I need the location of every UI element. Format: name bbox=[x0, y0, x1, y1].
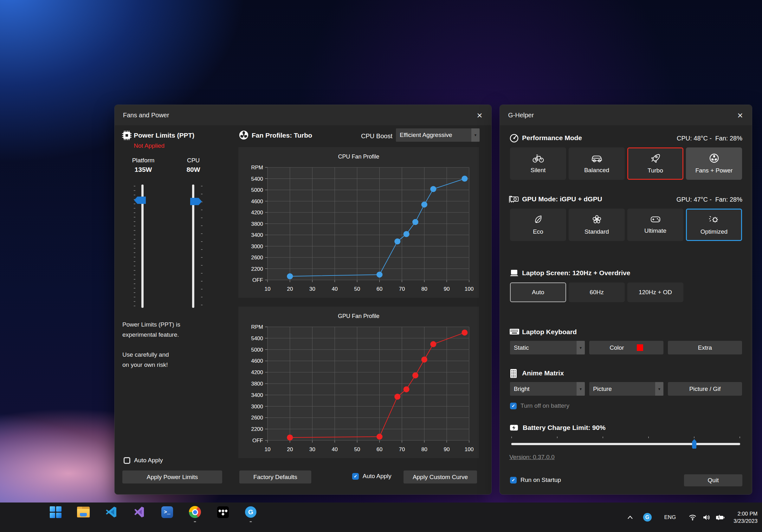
taskbar: >_ G bbox=[0, 502, 762, 532]
language-indicator[interactable]: ENG bbox=[664, 514, 676, 521]
screen-60hz-button[interactable]: 60Hz bbox=[569, 282, 625, 302]
ghelper-titlebar[interactable]: G-Helper × bbox=[500, 105, 752, 125]
version-link[interactable]: Version: 0.37.0.0 bbox=[509, 454, 555, 461]
turbo-mode-button[interactable]: Turbo bbox=[627, 147, 683, 180]
visual-studio-icon bbox=[133, 506, 145, 518]
desktop-wallpaper: Fans and Power × Power Limits (PPT) Not … bbox=[0, 0, 762, 532]
balanced-mode-button[interactable]: Balanced bbox=[569, 147, 625, 180]
eco-mode-button[interactable]: Eco bbox=[510, 209, 566, 241]
volume-icon[interactable] bbox=[702, 514, 711, 521]
cpu-boost-value: Efficient Aggressive bbox=[400, 131, 452, 138]
battery-slider-thumb[interactable] bbox=[692, 439, 696, 449]
tidal-button[interactable] bbox=[216, 506, 229, 518]
vscode-button[interactable] bbox=[105, 506, 117, 518]
fans-window-titlebar[interactable]: Fans and Power × bbox=[115, 105, 491, 125]
apply-power-limits-button[interactable]: Apply Power Limits bbox=[122, 471, 222, 484]
curve-point[interactable] bbox=[413, 219, 419, 225]
cpu-boost-dropdown[interactable]: Efficient Aggressive ▼ bbox=[396, 128, 480, 142]
fans-and-power-window: Fans and Power × Power Limits (PPT) Not … bbox=[114, 105, 492, 494]
curve-point[interactable] bbox=[413, 372, 419, 379]
battery-slider-track[interactable] bbox=[511, 443, 740, 445]
standard-mode-button[interactable]: Standard bbox=[569, 209, 625, 241]
file-explorer-button[interactable] bbox=[77, 506, 90, 518]
power-limits-note-1: Power Limits (PPT) is experimental featu… bbox=[122, 320, 180, 340]
terminal-button[interactable]: >_ bbox=[161, 506, 173, 518]
curve-point[interactable] bbox=[421, 202, 427, 208]
gpu-fan-chart[interactable]: 102030405060708090100RPM5400500046004200… bbox=[238, 307, 479, 458]
matrix-brightness-value: Bright bbox=[514, 386, 530, 393]
vscode-icon bbox=[105, 506, 117, 518]
curve-point[interactable] bbox=[404, 386, 410, 392]
turn-off-on-battery-checkbox[interactable]: ✓ bbox=[510, 403, 517, 409]
svg-text:30: 30 bbox=[309, 446, 315, 452]
close-icon[interactable]: × bbox=[734, 110, 746, 121]
matrix-picture-button[interactable]: Picture / Gif bbox=[668, 382, 742, 396]
gpu-fan-chart-panel[interactable]: 102030405060708090100RPM5400500046004200… bbox=[238, 307, 479, 458]
svg-text:60: 60 bbox=[377, 286, 383, 292]
tray-clock[interactable]: 2:00 PM 3/23/2023 bbox=[733, 510, 758, 525]
start-button[interactable] bbox=[49, 506, 62, 518]
keyboard-color-button[interactable]: Color bbox=[589, 341, 663, 354]
svg-text:RPM: RPM bbox=[251, 324, 263, 330]
gpu-buttons: Eco Standard bbox=[510, 209, 742, 241]
ghelper-taskbar-button[interactable]: G bbox=[244, 506, 257, 518]
matrix-mode-dropdown[interactable]: Picture ▼ bbox=[589, 382, 663, 396]
platform-label: Platform bbox=[121, 157, 166, 164]
cpu-fan-chart[interactable]: 102030405060708090100RPM5400500046004200… bbox=[238, 147, 479, 298]
curve-point[interactable] bbox=[430, 186, 436, 192]
curve-auto-apply-checkbox[interactable]: ✓ bbox=[352, 473, 359, 480]
apply-custom-curve-button[interactable]: Apply Custom Curve bbox=[404, 471, 477, 484]
curve-point[interactable] bbox=[404, 231, 410, 237]
tray-chevron-up-icon[interactable] bbox=[627, 515, 634, 520]
platform-slider-thumb[interactable] bbox=[134, 196, 146, 204]
chevron-down-icon[interactable]: ▼ bbox=[655, 382, 663, 396]
screen-auto-button[interactable]: Auto bbox=[510, 282, 566, 302]
chevron-down-icon[interactable]: ▼ bbox=[576, 382, 585, 396]
optimized-mode-button[interactable]: Optimized bbox=[686, 209, 742, 241]
curve-point[interactable] bbox=[287, 435, 293, 441]
quit-button[interactable]: Quit bbox=[684, 474, 742, 486]
curve-point[interactable] bbox=[394, 394, 400, 400]
keyboard-mode-dropdown[interactable]: Static ▼ bbox=[510, 341, 585, 354]
anime-matrix-icon bbox=[510, 369, 517, 378]
cpu-slider-thumb[interactable] bbox=[190, 198, 202, 205]
fans-power-button[interactable]: Fans + Power bbox=[686, 147, 742, 180]
cpu-chip-icon bbox=[122, 130, 132, 140]
factory-defaults-button[interactable]: Factory Defaults bbox=[239, 471, 311, 484]
visual-studio-button[interactable] bbox=[133, 506, 145, 518]
cpu-value: 80W bbox=[171, 166, 215, 174]
curve-point[interactable] bbox=[462, 330, 468, 336]
silent-label: Silent bbox=[531, 167, 546, 174]
laptop-keyboard-heading: Laptop Keyboard bbox=[522, 328, 577, 336]
svg-text:5000: 5000 bbox=[251, 347, 263, 353]
tray-ghelper-icon[interactable]: G bbox=[643, 513, 652, 521]
clock-date: 3/23/2023 bbox=[733, 517, 758, 525]
run-on-startup-checkbox[interactable]: ✓ bbox=[510, 477, 517, 484]
svg-text:CPU Fan Profile: CPU Fan Profile bbox=[338, 153, 379, 160]
svg-text:90: 90 bbox=[444, 286, 450, 292]
chevron-down-icon[interactable]: ▼ bbox=[576, 341, 585, 354]
curve-point[interactable] bbox=[377, 272, 383, 278]
curve-point[interactable] bbox=[394, 238, 400, 245]
wifi-icon[interactable] bbox=[688, 514, 697, 521]
svg-text:100: 100 bbox=[465, 286, 474, 292]
battery-charging-icon[interactable] bbox=[716, 514, 724, 521]
power-auto-apply-checkbox[interactable] bbox=[123, 457, 130, 464]
matrix-brightness-dropdown[interactable]: Bright ▼ bbox=[510, 382, 585, 396]
taskbar-apps: >_ G bbox=[49, 506, 257, 518]
curve-point[interactable] bbox=[421, 356, 427, 362]
silent-mode-button[interactable]: Silent bbox=[510, 147, 566, 180]
cpu-fan-chart-panel[interactable]: 102030405060708090100RPM5400500046004200… bbox=[238, 147, 479, 298]
curve-point[interactable] bbox=[430, 341, 436, 347]
curve-point[interactable] bbox=[287, 273, 293, 279]
ultimate-label: Ultimate bbox=[645, 227, 667, 234]
fans-power-label: Fans + Power bbox=[695, 167, 733, 174]
screen-120hz-button[interactable]: 120Hz + OD bbox=[627, 282, 683, 302]
keyboard-extra-button[interactable]: Extra bbox=[668, 341, 742, 354]
curve-point[interactable] bbox=[462, 176, 468, 182]
chevron-down-icon[interactable]: ▼ bbox=[471, 128, 480, 142]
ultimate-mode-button[interactable]: Ultimate bbox=[627, 209, 683, 241]
curve-point[interactable] bbox=[377, 434, 383, 440]
chrome-button[interactable] bbox=[189, 506, 201, 518]
close-icon[interactable]: × bbox=[474, 110, 486, 121]
